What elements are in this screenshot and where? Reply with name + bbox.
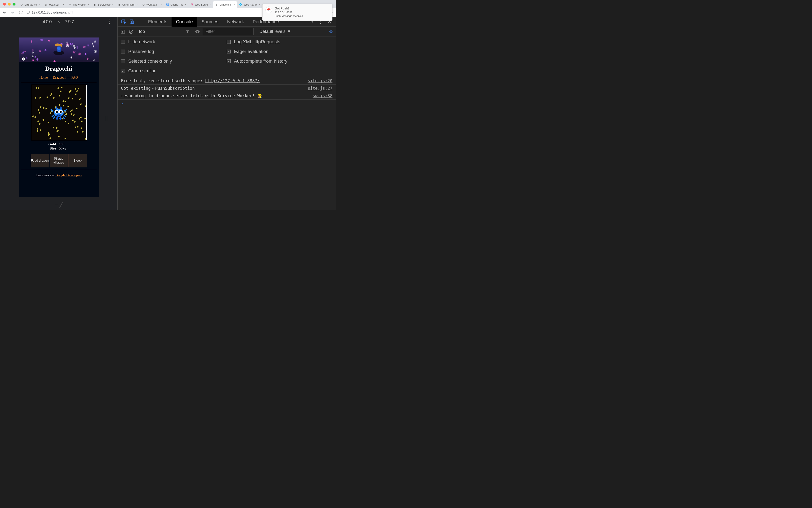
snowflake-icon: ❄ [32,51,36,55]
emulated-viewport[interactable]: ❄❄❄❄❄❄❄❄❄❄❄❄❄❄❄❄❄❄❄❄❄❄❄❄❄❄❄❄❄❄❄❄❄❄❄❄❄❄ D… [18,38,99,197]
tab-close-icon[interactable]: ✕ [184,3,186,6]
site-info-icon[interactable]: ⓘ [27,10,30,14]
browser-tab[interactable]: ◇Migrate yo✕ [18,1,42,8]
console-prompt[interactable]: › [118,100,336,108]
eager-eval-checkbox[interactable] [227,50,230,53]
autocomplete-checkbox[interactable] [227,59,230,63]
reload-button[interactable] [18,10,23,15]
tab-close-icon[interactable]: ✕ [112,3,114,6]
device-toggle-button[interactable] [128,18,135,26]
tab-close-icon[interactable]: ✕ [87,3,89,6]
tab-close-icon[interactable]: ✕ [233,3,235,6]
nav-faq-link[interactable]: FAQ [71,76,78,79]
group-similar-checkbox[interactable] [121,69,125,73]
feed-dragon-button[interactable]: Feed dragon [31,154,49,167]
tab-close-icon[interactable]: ✕ [259,3,261,6]
browser-tab[interactable]: 🗎localhost✕ [42,1,66,8]
device-menu-button[interactable]: ⋮ [107,18,112,25]
window-controls [3,3,15,6]
device-width[interactable]: 400 [43,19,52,25]
console-filter-input[interactable] [203,28,254,35]
gold-coin-icon [37,128,38,130]
browser-tab[interactable]: 💠Web App M✕ [237,1,262,8]
nav-home-link[interactable]: Home [39,76,48,79]
notification-body: Push Message received [274,14,303,18]
console-sidebar-toggle[interactable] [120,29,126,35]
tab-network[interactable]: Network [223,17,249,27]
log-levels-selector[interactable]: Default levels ▼ [259,29,291,34]
console-settings-button[interactable]: ⚙ [329,29,333,35]
browser-tab[interactable]: ◇Workbox✕ [140,1,164,8]
page-header: ❄❄❄❄❄❄❄❄❄❄❄❄❄❄❄❄❄❄❄❄❄❄❄❄❄❄❄❄❄❄❄❄❄❄❄❄❄❄ [18,38,99,62]
device-height[interactable]: 797 [65,19,75,25]
back-button[interactable] [2,10,7,15]
console-settings-panel: Hide network Log XMLHttpRequests Preserv… [118,37,336,77]
tab-elements[interactable]: Elements [144,17,172,27]
tab-close-icon[interactable]: ✕ [160,3,162,6]
clear-console-button[interactable] [128,29,134,35]
bottom-resize-handle[interactable]: ═ ╱ [55,202,63,208]
svg-point-8 [56,114,61,117]
gold-coin-icon [79,98,81,100]
context-selector[interactable]: top ▼ [136,29,192,34]
tab-favicon: ◇ [20,3,23,6]
browser-tab[interactable]: 🦄Web Serve✕ [188,1,213,8]
tab-close-icon[interactable]: ✕ [209,3,211,6]
tab-favicon: 🗎 [215,3,218,6]
game-canvas[interactable] [31,85,87,140]
tab-console[interactable]: Console [172,17,197,27]
notification-title: Got Push? [274,6,303,10]
snowflake-icon: ❄ [32,58,36,62]
google-developers-link[interactable]: Google Developers [55,173,82,177]
gold-coin-icon [80,103,82,105]
tab-close-icon[interactable]: ✕ [136,3,138,6]
log-source-link[interactable]: sw.js:38 [313,93,333,98]
tab-close-icon[interactable]: ✕ [62,3,65,6]
log-source-link[interactable]: site.js:20 [308,78,333,83]
log-url-link[interactable]: http://127.0.0.1:8887/ [205,78,260,83]
page-nav: Home — Dragotchi — FAQ [18,76,99,80]
gold-coin-icon [84,118,86,120]
gold-coin-icon [76,90,78,92]
browser-tab[interactable]: 🗎Dragotchi✕ [213,1,237,8]
browser-tab[interactable]: BChromium✕ [116,1,140,8]
svg-point-7 [60,111,62,113]
resize-handle[interactable]: || [105,115,107,121]
svg-point-6 [56,111,58,113]
gold-coin-icon [47,122,49,124]
snowflake-icon: ❄ [93,49,97,53]
inspect-element-button[interactable] [120,18,127,26]
window-maximize-button[interactable] [12,3,15,6]
tab-sources[interactable]: Sources [197,17,223,27]
device-emulation-panel: 400 × 797 ⋮ ❄❄❄❄❄❄❄❄❄❄❄❄❄❄❄❄❄❄❄❄❄❄❄❄❄❄❄❄… [0,17,117,210]
gold-coin-icon [78,118,80,120]
preserve-log-checkbox[interactable] [121,50,125,53]
gold-coin-icon [85,105,86,107]
hide-network-checkbox[interactable] [121,40,125,44]
forward-button[interactable] [10,10,15,15]
selected-context-checkbox[interactable] [121,59,125,63]
log-entry: Got existing▸PushSubscription site.js:27 [118,85,336,92]
browser-tab[interactable]: ✈The Web P✕ [66,1,91,8]
log-xhr-checkbox[interactable] [227,40,230,44]
tab-close-icon[interactable]: ✕ [38,3,40,6]
tab-title: Dragotchi [219,3,232,6]
snowflake-icon: ❄ [30,39,34,43]
window-close-button[interactable] [3,3,6,6]
browser-tab[interactable]: ◐ServiceWo✕ [91,1,116,8]
svg-point-2 [57,47,60,50]
nav-dragotchi-link[interactable]: Dragotchi [53,76,66,79]
live-expression-button[interactable] [195,29,200,35]
gold-label: Gold [46,142,56,146]
sleep-button[interactable]: Sleep [69,154,87,167]
gold-coin-icon [72,97,73,99]
window-minimize-button[interactable] [8,3,11,6]
browser-tab[interactable]: 🌀Cache - W✕ [164,1,188,8]
log-source-link[interactable]: site.js:27 [308,86,333,91]
gold-coin-icon [46,96,48,98]
expand-object-icon[interactable]: ▸ [152,86,154,91]
pillage-button[interactable]: Pillage villages [50,154,68,167]
push-notification[interactable]: Got Push? 127.0.0.1:8887 Push Message re… [262,4,333,21]
dragon-sprite-icon [50,104,67,122]
gold-coin-icon [36,87,37,89]
